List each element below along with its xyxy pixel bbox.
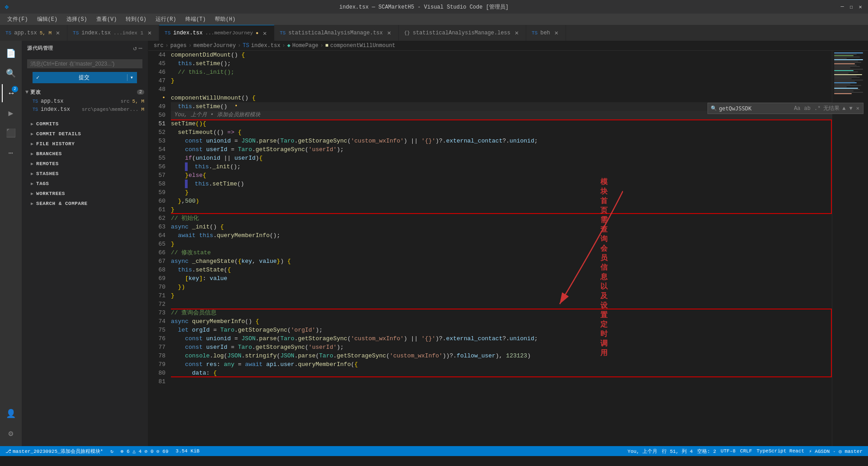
tab-beh[interactable]: TS beh ✕ (526, 25, 566, 41)
commit-message-input[interactable] (30, 61, 139, 67)
tab-index-tsx-1[interactable]: TS index.tsx ...index 1 ✕ (67, 25, 159, 41)
code-line-71: }) (171, 283, 832, 291)
annotation-label: 模块首页需查询会员信息以及设置定时调用 (600, 178, 608, 357)
activity-extensions[interactable]: ⬛ (2, 124, 20, 142)
activity-settings[interactable]: ⚙ (2, 424, 20, 442)
code-line-48 (171, 85, 832, 94)
sidebar-refresh-button[interactable]: ↺ (133, 44, 137, 52)
search-close-button[interactable]: ✕ (855, 104, 860, 113)
minimize-button[interactable]: ─ (839, 4, 845, 10)
tab-statistical-tsx[interactable]: TS statisticalAnalysisManage.tsx ✕ (274, 25, 399, 41)
tab-close-button[interactable]: ✕ (386, 29, 393, 37)
tab-label: statisticalAnalysisManage.tsx (288, 30, 383, 36)
menu-select[interactable]: 选择(S) (63, 14, 91, 24)
status-gitlens[interactable]: ⚡ AGSDN · ◎ master (807, 448, 864, 455)
status-position[interactable]: 行 51, 列 4 (660, 448, 694, 455)
search-regex-button[interactable]: .* (813, 105, 821, 113)
main-layout: 📄 🔍 ↔ 2 ▶ ⬛ ⋯ 👤 ⚙ 源代码管理 ↺ ⋯ (0, 41, 868, 446)
tab-close-button[interactable]: ✕ (513, 29, 520, 37)
code-line-62: } (171, 205, 832, 214)
code-line-56: if(unionid || userId){ (171, 154, 832, 162)
tab-label: index.tsx (81, 30, 111, 36)
title-bar-controls: ─ ☐ ✕ (839, 4, 863, 10)
tab-statistical-less[interactable]: {} statisticalAnalysisManage.less ✕ (399, 25, 526, 41)
status-language[interactable]: TypeScript React (755, 448, 807, 455)
sidebar-item-branches[interactable]: ▶ BRANCHES (22, 149, 148, 159)
git-sections: ▶ COMMITS ▶ COMMIT DETAILS ▶ FILE HISTOR… (22, 119, 148, 209)
chevron-right-icon: ▶ (31, 131, 33, 137)
code-line-75: async queryMemberInfo() { (171, 317, 832, 326)
tab-index-tsx-main[interactable]: TS index.tsx ...memberJourney ● ✕ (159, 25, 274, 41)
menu-view[interactable]: 查看(V) (93, 14, 121, 24)
sidebar-item-commit-details[interactable]: ▶ COMMIT DETAILS (22, 129, 148, 139)
tab-close-button[interactable]: ✕ (54, 29, 61, 37)
activity-run[interactable]: ▶ (2, 104, 20, 122)
position-label: 行 51, 列 4 (662, 448, 693, 455)
search-prev-button[interactable]: ▲ (841, 105, 846, 113)
git-branch-icon: ⎇ (5, 448, 11, 454)
filepath-label: src (121, 99, 130, 104)
menu-run[interactable]: 运行(R) (152, 14, 180, 24)
commit-dropdown-button[interactable]: ▾ (127, 74, 133, 81)
code-line-80: const res: any = await api.user.queryMem… (171, 360, 832, 369)
menu-file[interactable]: 文件(F) (4, 14, 32, 24)
status-errors[interactable]: ⊗ 6 △ 4 ⊘ 0 ⊙ 69 (119, 448, 170, 454)
tab-close-button[interactable]: ✕ (261, 29, 269, 37)
search-whole-word-button[interactable]: ab (803, 105, 811, 113)
code-line-63: // 初始化 (171, 214, 832, 223)
filename-label: app.tsx (41, 98, 118, 105)
status-spaces[interactable]: 空格: 2 (695, 448, 718, 455)
worktrees-label: WORKTREES (36, 191, 65, 196)
breadcrumb-component-will-unmount[interactable]: componentWillUnmount (330, 43, 396, 49)
tab-close-button[interactable]: ✕ (553, 29, 560, 37)
status-line-ending[interactable]: CRLF (738, 448, 754, 455)
sidebar-item-remotes[interactable]: ▶ REMOTES (22, 159, 148, 169)
status-git-branch[interactable]: ⎇ master_20230925_添加会员旅程模块* (4, 448, 105, 455)
activity-account[interactable]: 👤 (2, 404, 20, 423)
sidebar-item-stashes[interactable]: ▶ STASHES (22, 169, 148, 179)
tab-app-tsx[interactable]: TS app.tsx 5, M ✕ (0, 25, 67, 41)
sidebar-item-file-history[interactable]: ▶ FILE HISTORY (22, 139, 148, 149)
code-line-47: } (171, 76, 832, 85)
changes-chevron-icon: ▼ (25, 89, 28, 95)
close-button[interactable]: ✕ (857, 4, 863, 10)
search-input[interactable] (719, 105, 791, 112)
search-label: 🔍 (711, 105, 717, 111)
changes-section-header[interactable]: ▼ 更改 2 (22, 87, 148, 97)
code-line-70: [key]: value (171, 274, 832, 283)
activity-explorer[interactable]: 📄 (2, 44, 20, 62)
tab-close-button[interactable]: ✕ (146, 29, 153, 37)
maximize-button[interactable]: ☐ (848, 4, 854, 10)
breadcrumb-homepage[interactable]: HomePage (292, 43, 319, 49)
status-encoding[interactable]: UTF-8 (719, 448, 737, 455)
file-item-app-tsx[interactable]: TS app.tsx src 5, M (22, 97, 148, 105)
sidebar-more-button[interactable]: ⋯ (139, 44, 142, 52)
sidebar-item-worktrees[interactable]: ▶ WORKTREES (22, 189, 148, 199)
activity-search[interactable]: 🔍 (2, 64, 20, 82)
menu-help[interactable]: 帮助(H) (211, 14, 239, 24)
menu-terminal[interactable]: 终端(T) (182, 14, 210, 24)
file-item-index-tsx[interactable]: TS index.tsx src\pages\member... M (22, 105, 148, 114)
status-sync-button[interactable]: ↻ (108, 448, 115, 454)
sidebar-item-commits[interactable]: ▶ COMMITS (22, 119, 148, 129)
filename-label: index.tsx (41, 106, 79, 113)
sidebar-item-search-compare[interactable]: ▶ SEARCH & COMPARE (22, 199, 148, 209)
breadcrumb-memberjourney[interactable]: memberJourney (193, 43, 236, 49)
menu-goto[interactable]: 转到(G) (122, 14, 150, 24)
sidebar-item-tags[interactable]: ▶ TAGS (22, 179, 148, 189)
commit-button[interactable]: ✓ 提交 ▾ (33, 72, 137, 83)
activity-source-control[interactable]: ↔ 2 (2, 84, 20, 102)
breadcrumb-index-tsx[interactable]: index.tsx (251, 43, 280, 49)
breadcrumb-pages[interactable]: pages (170, 43, 187, 49)
tab-modified-dot: ● (256, 31, 259, 36)
search-case-sensitive-button[interactable]: Aa (793, 105, 801, 113)
tab-label: index.tsx (173, 30, 203, 36)
activity-gitgraph[interactable]: ⋯ (2, 144, 20, 162)
code-line-54: const unionid = JSON.parse(Taro.getStora… (171, 137, 832, 145)
breadcrumb-homepage-icon: ◆ (287, 42, 290, 49)
breadcrumb-ts-icon: TS (243, 43, 249, 49)
tab-icon-ts: TS (280, 30, 286, 36)
search-next-button[interactable]: ▼ (849, 105, 854, 113)
breadcrumb-src[interactable]: src (154, 43, 164, 49)
menu-edit[interactable]: 编辑(E) (33, 14, 61, 24)
